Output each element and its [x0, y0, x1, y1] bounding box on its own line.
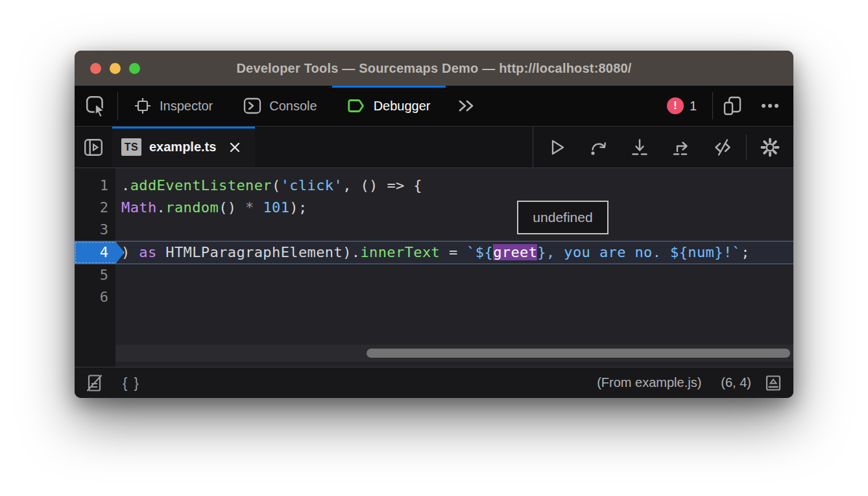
pick-element-button[interactable]: [75, 86, 117, 126]
traffic-lights: [90, 51, 140, 86]
code-row: 3: [75, 219, 793, 241]
blackbox-source-footer-button[interactable]: [84, 373, 110, 393]
devtools-window: Developer Tools — Sourcemaps Demo — http…: [75, 51, 793, 398]
step-in-button[interactable]: [619, 127, 660, 167]
pick-element-icon: [85, 95, 107, 117]
window-titlebar[interactable]: Developer Tools — Sourcemaps Demo — http…: [75, 51, 793, 86]
step-out-button[interactable]: [660, 127, 702, 167]
close-window-button[interactable]: [90, 63, 101, 74]
source-tab-spacer: [255, 127, 533, 167]
gear-icon: [760, 137, 780, 158]
chevron-double-right-icon: [455, 96, 477, 116]
step-in-icon: [630, 138, 649, 157]
resume-button[interactable]: [536, 127, 577, 167]
code-token: (): [219, 199, 245, 216]
error-counter[interactable]: ! 1: [660, 86, 703, 126]
ignore-source-icon: [712, 138, 733, 157]
code-token: );: [289, 199, 307, 216]
code-row: 5: [75, 264, 793, 286]
more-tabs-button[interactable]: [446, 86, 486, 126]
command-separator: [746, 134, 747, 160]
code-token: =: [440, 244, 466, 260]
line-number[interactable]: 5: [75, 264, 115, 286]
code-line-text[interactable]: [115, 264, 793, 286]
tab-label: Debugger: [374, 99, 431, 114]
tab-console[interactable]: Console: [228, 86, 332, 126]
code-row: 1.addEventListener('click', () => {: [75, 175, 793, 197]
code-token: HTMLParagraphElement).: [157, 244, 361, 260]
code-token: , () => {: [343, 177, 422, 193]
code-row: 2Math.random() * 101);: [75, 197, 793, 219]
debugger-settings-button[interactable]: [749, 127, 791, 167]
toggle-sources-panel-button[interactable]: [75, 127, 112, 167]
error-count: 1: [690, 99, 697, 114]
sidebar-toggle-icon: [83, 137, 104, 158]
code-token: random: [165, 199, 219, 216]
paused-line-number[interactable]: 4: [75, 242, 125, 264]
paused-code-row: 4) as HTMLParagraphElement).innerText = …: [75, 241, 793, 264]
horizontal-scrollbar-track[interactable]: [115, 345, 793, 362]
expand-panes-icon: [764, 373, 783, 393]
cursor-position-label: (6, 4): [721, 375, 751, 390]
tab-label: Console: [269, 99, 317, 114]
code-token: innerText: [360, 244, 440, 260]
line-number[interactable]: 6: [75, 286, 115, 308]
code-line-text[interactable]: .addEventListener('click', () => {: [115, 175, 793, 197]
debugger-icon: [347, 96, 367, 116]
code-line-text[interactable]: Math.random() * 101);: [115, 197, 793, 219]
source-tab-label: example.ts: [149, 140, 216, 155]
source-tab-example-ts[interactable]: TS example.ts: [112, 127, 255, 167]
line-number[interactable]: 2: [75, 197, 115, 219]
tab-label: Inspector: [160, 99, 213, 114]
pretty-print-button[interactable]: { }: [117, 375, 146, 391]
code-token: (: [272, 177, 281, 193]
code-token: }, you are no. ${num}!`: [537, 244, 741, 260]
meatball-menu-icon: [758, 96, 782, 116]
code-row: 6: [75, 286, 793, 308]
horizontal-scrollbar-thumb[interactable]: [367, 349, 790, 358]
code-token: 101: [263, 199, 289, 216]
console-icon: [243, 96, 262, 116]
blackbox-source-button[interactable]: [702, 127, 743, 167]
code-token: ;: [741, 244, 750, 260]
responsive-design-mode-button[interactable]: [713, 86, 753, 126]
responsive-design-icon: [722, 95, 744, 116]
devtools-toolbar: Inspector Console Debugger: [75, 86, 793, 127]
source-tab-row: TS example.ts: [75, 127, 793, 168]
close-tab-icon[interactable]: [228, 140, 242, 155]
code-line-text[interactable]: ) as HTMLParagraphElement).innerText = `…: [115, 242, 793, 264]
typescript-file-icon: TS: [121, 138, 141, 156]
desktop-background: Developer Tools — Sourcemaps Demo — http…: [0, 0, 868, 496]
code-token: *: [245, 199, 254, 216]
code-token: .: [121, 177, 130, 193]
step-over-icon: [588, 138, 608, 157]
inspector-icon: [133, 96, 152, 116]
code-token: addEventListener: [130, 177, 272, 193]
resume-icon: [547, 138, 566, 157]
expand-panes-button[interactable]: [758, 373, 784, 393]
tab-debugger[interactable]: Debugger: [332, 86, 446, 126]
code-token: Math: [121, 199, 157, 216]
tab-inspector[interactable]: Inspector: [118, 86, 228, 126]
line-number[interactable]: 1: [75, 175, 115, 197]
code-editor: 1.addEventListener('click', () => {2Math…: [75, 168, 793, 367]
devtools-menu-button[interactable]: [753, 86, 793, 126]
code-token: 'click': [281, 177, 343, 193]
code-line-text[interactable]: [115, 286, 793, 308]
minimize-window-button[interactable]: [110, 63, 121, 74]
editor-statusbar: { } (From example.js) (6, 4): [75, 367, 793, 398]
error-badge-icon: !: [667, 97, 684, 114]
zoom-window-button[interactable]: [129, 63, 140, 74]
highlighted-token: greet: [493, 244, 537, 260]
code-lines: 1.addEventListener('click', () => {2Math…: [75, 168, 793, 308]
step-over-button[interactable]: [577, 127, 619, 167]
code-token: [254, 199, 263, 216]
toolbar-spacer: [486, 86, 660, 126]
variable-preview-tooltip: undefined: [517, 201, 609, 234]
window-title: Developer Tools — Sourcemaps Demo — http…: [236, 61, 631, 76]
code-token: as: [139, 244, 156, 260]
blackboxed-source-icon: [85, 373, 104, 393]
step-out-icon: [671, 138, 691, 157]
line-number[interactable]: 3: [75, 219, 115, 241]
code-line-text[interactable]: [115, 219, 793, 241]
